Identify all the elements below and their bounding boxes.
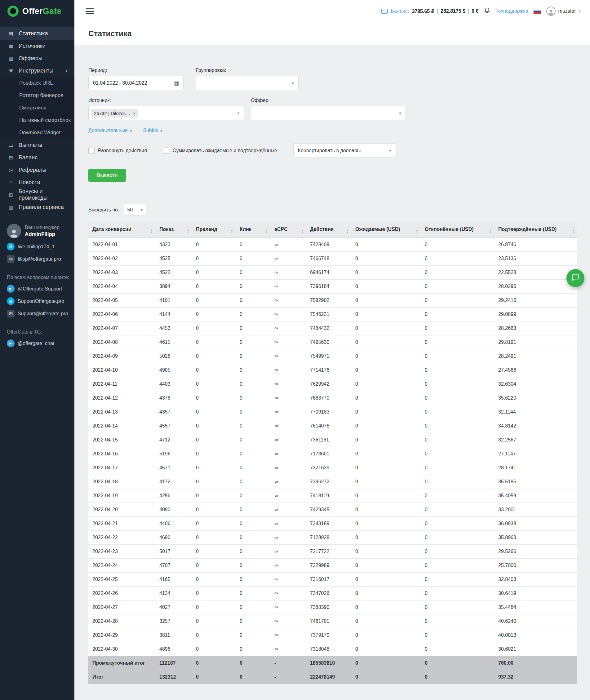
manager-skype-contact[interactable]: S live:philipp174_1 (7, 243, 70, 251)
table-cell: 30.6419 (494, 586, 577, 600)
balance-summary[interactable]: Баланс: 3785.65 ₽ | 282.8175 $ | 0 € (381, 8, 478, 14)
column-header-1[interactable]: ▲▼Показ (155, 223, 192, 237)
column-header-0[interactable]: ▲▼Дата конверсии (88, 223, 155, 237)
table-cell: 0 (421, 349, 494, 363)
sort-icon[interactable]: ▲▼ (416, 229, 418, 233)
column-label: eCPC (274, 227, 288, 232)
sidebar-item-balance[interactable]: ⊟Баланс (0, 151, 74, 164)
grouping-select[interactable]: ▾ (196, 76, 299, 90)
column-header-4[interactable]: ▲▼eCPC (270, 223, 306, 237)
sidebar-item-rules[interactable]: ▥Правила сервиса (0, 201, 74, 213)
table-row: 2022-04-26413400∞73470260030.6419 (88, 586, 577, 600)
table-cell: 0 (351, 252, 421, 265)
flag-ru-icon[interactable] (533, 9, 541, 14)
table-cell: 0 (235, 544, 270, 558)
column-header-3[interactable]: ▲▼Клик (235, 223, 270, 237)
column-header-5[interactable]: ▲▼Действия (306, 223, 351, 237)
close-icon[interactable]: × (133, 111, 135, 116)
checkbox-box[interactable] (163, 147, 169, 154)
offers-icon: ▩ (7, 56, 14, 62)
per-page-select[interactable]: 50 ▾ (124, 204, 146, 215)
sidebar-item-bonuses[interactable]: ⊞Бонусы и промокоды (0, 189, 74, 201)
column-header-7[interactable]: ▲▼Отклонённые (USD) (421, 223, 494, 237)
balance-rub: 3785.65 ₽ (412, 8, 434, 14)
sort-icon[interactable]: ▲▼ (151, 229, 153, 233)
sort-icon[interactable]: ▲▼ (265, 229, 268, 233)
sidebar-item-referrals[interactable]: ◎Рефералы (0, 164, 74, 176)
period-input[interactable]: 01.04.2022 - 30.04.2022 ▦ (88, 76, 184, 90)
contact-item[interactable]: ▶@Offergate Support (7, 285, 70, 293)
offer-select[interactable]: ▾ (251, 106, 406, 120)
sort-icon[interactable]: ▲▼ (301, 229, 303, 233)
table-cell: 0 (235, 642, 270, 656)
column-header-6[interactable]: ▲▼Ожидаемые (USD) (351, 223, 421, 237)
table-cell: 0 (421, 461, 494, 475)
sidebar-subitem-banner-rotator[interactable]: Ротатор баннеров (0, 89, 74, 102)
sidebar-item-label: Статистика (19, 30, 48, 37)
sidebar-item-payouts[interactable]: ▭Выплаты (0, 139, 74, 151)
subids-link[interactable]: Subids ▾ (143, 128, 162, 134)
contact-item[interactable]: SSupportOffergate.pro (7, 297, 70, 305)
sidebar-item-sources[interactable]: ▦Источники (0, 40, 74, 52)
expand-actions-checkbox[interactable]: Развернуть действия (88, 147, 147, 154)
table-cell: 0 (192, 628, 235, 642)
contact-item[interactable]: ▶@offergate_chat (7, 339, 70, 347)
table-cell: 0 (192, 503, 235, 516)
user-menu[interactable]: muzstar ▾ (546, 6, 581, 16)
sidebar-item-label: Правила сервиса (19, 204, 64, 210)
table-cell: 0 (421, 642, 494, 656)
sidebar-subitem-postback-url[interactable]: Postback URL (0, 77, 74, 89)
sidebar-subitem-smartlink[interactable]: Смартлинк (0, 102, 74, 114)
contact-label: live:philipp174_1 (18, 244, 55, 249)
table-cell: 7229989 (306, 558, 351, 572)
rules-icon: ▥ (7, 204, 14, 210)
table-cell: 0 (421, 377, 494, 391)
sidebar-item-label: Новости (19, 179, 40, 186)
convert-currency-select[interactable]: Конвертировать в доллары ▾ (293, 143, 396, 158)
support-link[interactable]: Техподдержка (495, 8, 528, 14)
sidebar-item-label: Рефералы (19, 167, 46, 173)
column-header-8[interactable]: ▲▼Подтверждённые (USD) (494, 223, 577, 237)
sort-icon[interactable]: ▲▼ (346, 229, 349, 233)
sum-expected-checkbox[interactable]: Суммировать ожидаемые и подтверждённые (163, 147, 277, 154)
brand-name: OfferGate (22, 6, 62, 16)
submit-button[interactable]: Вывести (88, 169, 126, 182)
table-cell: 7428409 (306, 237, 351, 252)
column-header-2[interactable]: ▲▼Преленд (192, 223, 235, 237)
table-cell: 0 (421, 586, 494, 600)
table-cell: 2022-04-07 (88, 321, 155, 335)
table-cell: 0 (421, 530, 494, 544)
hamburger-menu-icon[interactable] (86, 7, 94, 16)
sidebar-item-news[interactable]: ≡Новости (0, 176, 74, 189)
sidebar-item-stats[interactable]: ▤Статистика (0, 27, 74, 40)
bell-icon[interactable] (484, 7, 490, 15)
sort-icon[interactable]: ▲▼ (187, 229, 189, 233)
table-cell: 2022-04-01 (88, 237, 155, 252)
contact-item[interactable]: ✉Support@offergate.pro (7, 310, 70, 317)
sidebar-item-offers[interactable]: ▩Офферы (0, 52, 74, 65)
sidebar-subitem-download-widget[interactable]: Download Widget (0, 126, 74, 139)
brand-logo[interactable]: OfferGate (0, 0, 74, 22)
table-cell: 0 (351, 335, 421, 349)
period-label: Период: (88, 68, 184, 73)
topbar: Баланс: 3785.65 ₽ | 282.8175 $ | 0 € Тех… (74, 0, 590, 22)
checkbox-box[interactable] (88, 147, 95, 154)
table-cell: 0 (235, 307, 270, 321)
table-cell: 0 (351, 293, 421, 307)
table-row: 2022-04-18417200∞73962720035.5185 (88, 475, 577, 489)
sort-icon[interactable]: ▲▼ (572, 229, 575, 233)
sidebar-item-tools[interactable]: ⚒Инструменты▴ (0, 65, 74, 77)
source-multiselect[interactable]: 26732 | Dilozor.... × ▾ (88, 106, 244, 120)
table-cell: 7709183 (306, 405, 351, 419)
tg-heading: OfferGate в TG: (7, 329, 70, 335)
table-cell: 112187 (155, 656, 192, 670)
chat-widget-button[interactable] (567, 269, 584, 287)
balance-values: 3785.65 ₽ | 282.8175 $ | 0 € (412, 8, 478, 14)
additional-filters-link[interactable]: Дополнительные ▾ (88, 128, 132, 134)
sort-icon[interactable]: ▲▼ (489, 229, 492, 233)
manager-email-contact[interactable]: ✉ filipp@offergate.pro (7, 255, 70, 263)
table-row: 2022-04-29381100∞73791700040.0013 (88, 628, 577, 642)
sidebar-subitem-native-smartblock[interactable]: Нативный смартблок (0, 114, 74, 126)
table-row: 2022-04-20409000∞74293450033.2001 (88, 503, 577, 516)
sort-icon[interactable]: ▲▼ (231, 229, 233, 233)
